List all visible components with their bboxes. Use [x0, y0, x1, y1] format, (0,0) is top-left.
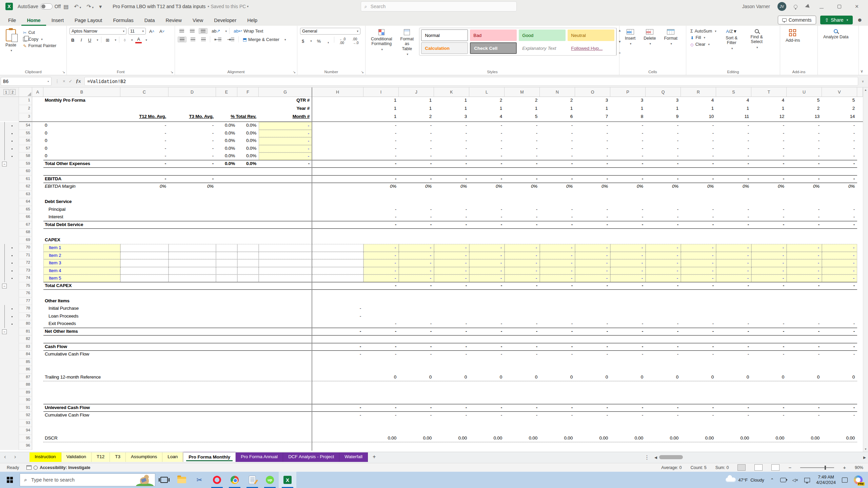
cell-P59[interactable]: -: [610, 160, 646, 168]
row-header-2[interactable]: 2: [19, 105, 32, 113]
cell-D65[interactable]: [169, 206, 216, 214]
cell-M87[interactable]: 0: [505, 374, 540, 382]
cell-H92[interactable]: -: [312, 412, 363, 420]
cell-C62[interactable]: 0%: [120, 183, 169, 191]
row-header-92[interactable]: 92: [19, 412, 32, 420]
cell-V69[interactable]: [822, 237, 857, 244]
cell-C58[interactable]: -: [120, 152, 169, 160]
cell-G69[interactable]: [259, 237, 312, 244]
cell-M74[interactable]: -: [505, 274, 540, 282]
cell-I69[interactable]: [363, 237, 399, 244]
cell-K71[interactable]: -: [434, 252, 469, 260]
cell-O92[interactable]: -: [575, 412, 610, 420]
cell-R78[interactable]: [681, 305, 716, 313]
cell-M91[interactable]: -: [505, 404, 540, 412]
cell-M78[interactable]: [505, 305, 540, 313]
cell-O93[interactable]: [575, 420, 610, 427]
cell-G59[interactable]: -: [259, 160, 312, 168]
cell-O58[interactable]: -: [575, 152, 610, 160]
whats-new-lightbulb-icon[interactable]: [794, 5, 797, 8]
cell-A90[interactable]: [32, 396, 43, 404]
cell-U74[interactable]: -: [787, 274, 822, 282]
cell-A3[interactable]: [32, 113, 43, 121]
cell-F89[interactable]: [237, 389, 259, 397]
cell-D74[interactable]: [169, 274, 216, 282]
borders-icon[interactable]: ⊞: [104, 37, 111, 43]
cell-B69[interactable]: CAPEX: [43, 237, 120, 244]
cell-O79[interactable]: [575, 313, 610, 321]
cell-S55[interactable]: -: [716, 130, 751, 138]
cell-R56[interactable]: -: [681, 137, 716, 145]
cell-S80[interactable]: -: [716, 320, 751, 328]
cell-E81[interactable]: [216, 328, 237, 336]
cell-R57[interactable]: -: [681, 145, 716, 153]
cell-V96[interactable]: [822, 442, 857, 450]
cell-S58[interactable]: -: [716, 152, 751, 160]
cell-I64[interactable]: [363, 198, 399, 206]
cell-U95[interactable]: 0.00: [787, 435, 822, 443]
cell-B91[interactable]: Unlevered Cash Flow: [43, 404, 120, 412]
cell-C60[interactable]: [120, 168, 169, 176]
sort-filter-button[interactable]: A/Z▼ Sort & Filter▾: [721, 28, 743, 52]
cell-V87[interactable]: 0: [822, 374, 857, 382]
cell-J2[interactable]: 1: [399, 105, 434, 113]
cell-A64[interactable]: [32, 198, 43, 206]
cell-M73[interactable]: -: [505, 267, 540, 275]
cell-R91[interactable]: -: [681, 404, 716, 412]
cell-R73[interactable]: -: [681, 267, 716, 275]
cell-A58[interactable]: [32, 152, 43, 160]
cell-E68[interactable]: [216, 229, 237, 237]
sheet-tab-assumptions[interactable]: Assumptions: [126, 452, 162, 462]
cell-S69[interactable]: [716, 237, 751, 244]
cell-R74[interactable]: -: [681, 274, 716, 282]
cell-J86[interactable]: [399, 366, 434, 374]
cell-P92[interactable]: -: [610, 412, 646, 420]
cell-D79[interactable]: [169, 313, 216, 321]
sheet-tab-loan[interactable]: Loan: [162, 452, 183, 462]
cell-T55[interactable]: -: [751, 130, 787, 138]
cell-O94[interactable]: [575, 427, 610, 435]
column-header-S[interactable]: S: [716, 87, 751, 97]
cell-E87[interactable]: [216, 374, 237, 382]
cell-D83[interactable]: [169, 343, 216, 351]
cell-O78[interactable]: [575, 305, 610, 313]
cell-Q85[interactable]: [646, 359, 681, 366]
cell-V83[interactable]: -: [822, 343, 857, 351]
cell-S92[interactable]: -: [716, 412, 751, 420]
cell-N77[interactable]: [540, 298, 575, 305]
cell-A73[interactable]: [32, 267, 43, 275]
cell-E88[interactable]: [216, 381, 237, 389]
cell-R83[interactable]: -: [681, 343, 716, 351]
save-icon[interactable]: ▤: [63, 3, 68, 10]
cell-F86[interactable]: [237, 366, 259, 374]
cell-L94[interactable]: [469, 427, 505, 435]
cell-I94[interactable]: [363, 427, 399, 435]
cell-G96[interactable]: [259, 442, 312, 450]
cell-T61[interactable]: -: [751, 176, 787, 183]
cell-R59[interactable]: -: [681, 160, 716, 168]
cell-N85[interactable]: [540, 359, 575, 366]
cell-R55[interactable]: -: [681, 130, 716, 138]
cell-H65[interactable]: [312, 206, 363, 214]
cell-D71[interactable]: [169, 252, 216, 260]
cell-D54[interactable]: -: [169, 122, 216, 130]
cell-G88[interactable]: [259, 381, 312, 389]
cell-G1[interactable]: QTR #: [259, 97, 312, 105]
format-as-table-button[interactable]: Format as Table▾: [398, 28, 417, 57]
cell-Q83[interactable]: -: [646, 343, 681, 351]
cell-L78[interactable]: [469, 305, 505, 313]
cell-V90[interactable]: [822, 396, 857, 404]
cell-H68[interactable]: [312, 229, 363, 237]
cell-M67[interactable]: -: [505, 221, 540, 229]
cell-E61[interactable]: [216, 176, 237, 183]
share-button[interactable]: ⇧ Share ▾: [820, 16, 853, 24]
cell-R85[interactable]: [681, 359, 716, 366]
cell-H56[interactable]: [312, 137, 363, 145]
cell-A76[interactable]: [32, 290, 43, 298]
cell-U61[interactable]: -: [787, 176, 822, 183]
cell-O60[interactable]: [575, 168, 610, 176]
cell-O1[interactable]: 3: [575, 97, 610, 105]
cell-C71[interactable]: [120, 252, 169, 260]
cell-C2[interactable]: [120, 105, 169, 113]
cell-C80[interactable]: [120, 320, 169, 328]
